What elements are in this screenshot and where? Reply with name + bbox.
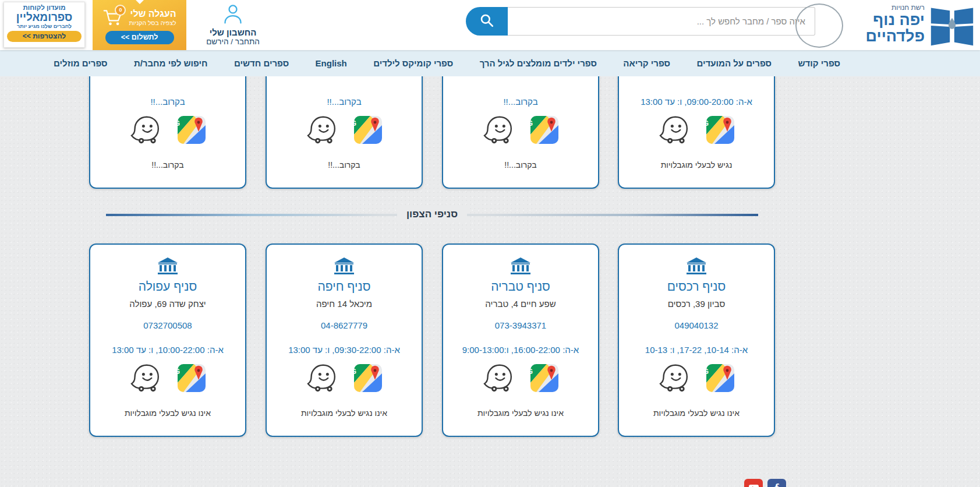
club-tagline: לחברים שלנו מגיע יותר (4, 23, 84, 29)
open-book-logo-icon (928, 2, 976, 51)
svg-text:G: G (354, 367, 356, 376)
nav-item-comics[interactable]: ספרי קומיקס לילדים (373, 58, 453, 68)
building-icon (443, 257, 598, 277)
waze-icon[interactable] (659, 364, 691, 393)
branch-accessibility: אינו נגיש לבעלי מוגבלויות (267, 408, 422, 418)
branch-hours: א-ה: 10:00-22:00, ו: עד 13:00 (90, 345, 245, 355)
branch-name: סניף עפולה (90, 280, 245, 294)
waze-icon[interactable] (306, 364, 339, 393)
nav-item-reading-books[interactable]: ספרי קריאה (623, 58, 670, 68)
branch-card-coming-soon-3: בקרוב...!! G בקרוב...!! (442, 76, 599, 189)
cart-title: העגלה שלי (129, 9, 176, 19)
building-icon (267, 257, 422, 277)
club-top-label: מועדון לקוחות (4, 4, 84, 11)
branch-card-rechasim: סניף רכסים סביון 39, רכסים 049040132 א-ה… (618, 244, 775, 437)
waze-icon[interactable] (130, 115, 162, 144)
branch-phone-link[interactable]: 0732700508 (90, 320, 245, 330)
google-maps-icon[interactable]: G (178, 116, 206, 144)
google-maps-icon[interactable]: G (706, 364, 734, 392)
nav-item-toddler-books[interactable]: ספרי ילדים מומלצים לגיל הרך (480, 58, 597, 68)
account-title: החשבון שלי (200, 27, 266, 37)
section-title: סניפי הצפון (397, 207, 467, 222)
branch-hours: בקרוב...!! (90, 97, 245, 107)
branch-accessibility: אינו נגיש לבעלי מוגבלויות (90, 408, 245, 418)
chevron-down-icon (136, 0, 144, 4)
branch-address: שפע חיים 4, טבריה (443, 299, 598, 309)
google-maps-icon[interactable]: G (354, 364, 382, 392)
cart-box: העגלה שלי לצפיה בסל הקניות 0 לתשלום >> (93, 0, 186, 50)
google-maps-icon[interactable]: G (354, 116, 382, 144)
branch-accessibility: בקרוב...!! (90, 160, 245, 170)
google-maps-icon[interactable]: G (530, 364, 558, 392)
waze-icon[interactable] (659, 115, 691, 144)
waze-icon[interactable] (483, 115, 515, 144)
page: { "header": { "logo": {"tagline": "רשת ח… (0, 0, 980, 487)
branch-card-afula: סניף עפולה יצחק שדה 69, עפולה 0732700508… (89, 244, 246, 437)
logo-name-line1: יפה נוף (845, 12, 925, 28)
branch-name: סניף טבריה (443, 280, 598, 294)
branch-hours: א-ה: 09:00-20:00, ו: עד 13:00 (619, 97, 774, 107)
club-brand-logo: ספרומאליין (4, 11, 84, 23)
google-maps-icon[interactable]: G (178, 364, 206, 392)
svg-text:G: G (530, 367, 533, 376)
svg-text:G: G (706, 119, 709, 128)
svg-text:G: G (706, 367, 709, 376)
site-logo[interactable]: רשת חנויות יפה נוף פלדהיים (845, 1, 977, 50)
search-input[interactable] (508, 7, 815, 36)
branch-accessibility: בקרוב...!! (443, 160, 598, 170)
branch-address: יצחק שדה 69, עפולה (90, 299, 245, 309)
account-block[interactable]: החשבון שלי התחבר / הירשם (200, 3, 266, 46)
nav-item-discount-books[interactable]: ספרים מוזלים (54, 58, 107, 68)
branch-card-coming-soon-2: בקרוב...!! G בקרוב...!! (266, 76, 423, 189)
branch-address: מיכאל 14 חיפה (267, 299, 422, 309)
nav-item-holiday-books[interactable]: ספרים על המועדים (696, 58, 772, 68)
branch-accessibility: אינו נגיש לבעלי מוגבלויות (443, 408, 598, 418)
building-icon (90, 257, 245, 277)
branch-card-coming-soon-1: בקרוב...!! G בקרוב...!! (89, 76, 246, 189)
branch-hours: בקרוב...!! (267, 97, 422, 107)
branch-accessibility: נגיש לבעלי מוגבלויות (619, 160, 774, 170)
login-register-link[interactable]: התחבר / הירשם (200, 37, 266, 46)
youtube-play-glyph (749, 485, 759, 487)
branch-phone-link[interactable]: 04-8627779 (267, 320, 422, 330)
branch-card-4: א-ה: 09:00-20:00, ו: עד 13:00 G נגיש לבע… (618, 76, 775, 189)
branch-phone-link[interactable]: 049040132 (619, 320, 774, 330)
cart-icon[interactable]: 0 (102, 8, 123, 27)
logo-name-line2: פלדהיים (845, 28, 925, 44)
branch-hours: א-ה: 09:30-22:00, ו: עד 13:00 (267, 345, 422, 355)
branch-hours: א-ה: 10-14, 17-22, ו: 10-13 (619, 345, 774, 355)
branch-hours: בקרוב...!! (443, 97, 598, 107)
waze-icon[interactable] (306, 115, 339, 144)
google-maps-icon[interactable]: G (530, 116, 558, 144)
branch-card-tiberias: סניף טבריה שפע חיים 4, טבריה 073-3943371… (442, 244, 599, 437)
branch-accessibility: בקרוב...!! (267, 160, 422, 170)
main-navigation: ספרי קודש ספרים על המועדים ספרי קריאה ספ… (0, 50, 980, 76)
search-button[interactable] (466, 7, 508, 36)
branch-hours: א-ה: 16:00-22:00, ו:9:00-13:00 (443, 345, 598, 355)
waze-icon[interactable] (483, 364, 515, 393)
branch-accessibility: אינו נגיש לבעלי מוגבלויות (619, 408, 774, 418)
waze-icon[interactable] (130, 364, 162, 393)
nav-item-new-books[interactable]: ספרים חדשים (234, 58, 289, 68)
nav-item-holy-books[interactable]: ספרי קודש (798, 58, 840, 68)
section-divider-north: סניפי הצפון (106, 207, 758, 222)
branch-phone-link[interactable]: 073-3943371 (443, 320, 598, 330)
branch-name: סניף רכסים (619, 280, 774, 294)
youtube-icon[interactable] (744, 479, 763, 487)
checkout-button[interactable]: לתשלום >> (105, 31, 174, 44)
svg-text:G: G (530, 119, 533, 128)
facebook-icon[interactable]: f (767, 479, 786, 487)
user-icon (222, 16, 244, 26)
nav-item-author-search[interactable]: חיפוש לפי מחבר/ת (134, 58, 208, 68)
club-join-button[interactable]: להצטרפות >> (7, 31, 82, 42)
customer-club-box: מועדון לקוחות ספרומאליין לחברים שלנו מגי… (3, 2, 85, 48)
cart-subtitle[interactable]: לצפיה בסל הקניות (129, 19, 176, 26)
branch-address: סביון 39, רכסים (619, 299, 774, 309)
search-icon (479, 13, 494, 30)
nav-item-english[interactable]: English (316, 58, 347, 68)
cart-count-badge: 0 (115, 5, 126, 16)
branch-card-haifa: סניף חיפה מיכאל 14 חיפה 04-8627779 א-ה: … (266, 244, 423, 437)
header: מועדון לקוחות ספרומאליין לחברים שלנו מגי… (0, 0, 980, 50)
google-maps-icon[interactable]: G (706, 116, 734, 144)
branch-name: סניף חיפה (267, 280, 422, 294)
